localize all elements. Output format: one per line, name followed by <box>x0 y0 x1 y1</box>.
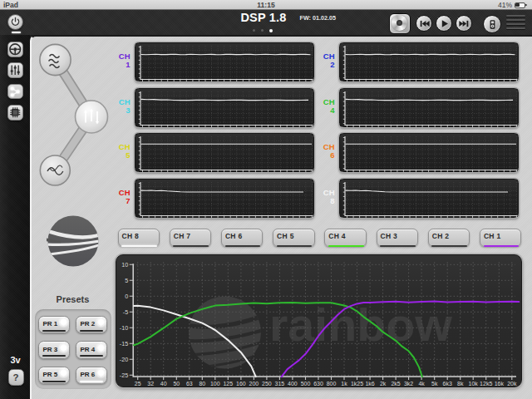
svg-text:6k3: 6k3 <box>442 382 451 387</box>
svg-text:4k: 4k <box>418 382 425 387</box>
svg-text:125: 125 <box>223 382 233 387</box>
svg-text:25: 25 <box>134 382 140 387</box>
svg-text:250: 250 <box>262 382 272 387</box>
svg-text:100: 100 <box>209 382 219 387</box>
svg-text:-10: -10 <box>119 324 127 332</box>
svg-text:1k6: 1k6 <box>365 382 374 387</box>
svg-text:20k: 20k <box>507 382 517 387</box>
svg-text:1k25: 1k25 <box>350 382 362 387</box>
svg-text:5k: 5k <box>431 382 437 387</box>
svg-text:0: 0 <box>125 293 128 300</box>
svg-text:200: 200 <box>249 382 259 387</box>
svg-text:2k5: 2k5 <box>391 382 400 387</box>
svg-text:16k: 16k <box>494 382 504 387</box>
svg-text:63: 63 <box>185 382 192 387</box>
svg-text:-15: -15 <box>119 340 127 347</box>
svg-text:2k: 2k <box>379 382 386 387</box>
svg-text:630: 630 <box>313 382 323 387</box>
svg-text:10k: 10k <box>468 382 478 387</box>
svg-text:-5: -5 <box>122 308 127 316</box>
svg-text:10: 10 <box>121 261 128 268</box>
svg-text:3k2: 3k2 <box>403 382 412 387</box>
svg-text:12k5: 12k5 <box>480 382 492 387</box>
svg-text:50: 50 <box>173 382 180 387</box>
svg-text:8k: 8k <box>456 382 463 387</box>
svg-text:315: 315 <box>274 382 284 387</box>
svg-text:500: 500 <box>300 382 310 387</box>
svg-text:800: 800 <box>326 382 336 387</box>
svg-text:32: 32 <box>147 382 154 387</box>
svg-text:160: 160 <box>236 382 246 387</box>
svg-text:80: 80 <box>199 382 205 387</box>
svg-text:400: 400 <box>288 382 298 387</box>
svg-text:-25: -25 <box>119 372 127 379</box>
svg-text:1k: 1k <box>341 382 347 387</box>
svg-text:-20: -20 <box>119 356 127 363</box>
svg-text:40: 40 <box>160 382 166 387</box>
svg-text:5: 5 <box>125 277 128 284</box>
